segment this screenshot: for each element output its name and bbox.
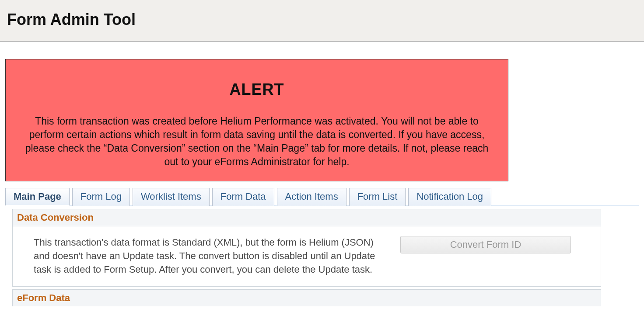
section-eform-data: eForm Data: [12, 289, 601, 306]
section-body-data-conversion: This transaction's data format is Standa…: [13, 226, 601, 286]
alert-banner: ALERT This form transaction was created …: [5, 59, 508, 181]
tab-worklist-items[interactable]: Worklist Items: [133, 188, 210, 206]
section-header-data-conversion: Data Conversion: [13, 209, 601, 226]
section-title-eform-data: eForm Data: [17, 292, 70, 303]
tab-main-page[interactable]: Main Page: [5, 188, 70, 206]
data-conversion-text: This transaction's data format is Standa…: [34, 236, 388, 276]
main-content: ALERT This form transaction was created …: [0, 42, 644, 306]
app-header: Form Admin Tool: [0, 0, 644, 42]
tab-notification-log[interactable]: Notification Log: [408, 188, 491, 206]
alert-body: This form transaction was created before…: [18, 114, 496, 169]
convert-form-id-button: Convert Form ID: [400, 236, 571, 253]
alert-title: ALERT: [18, 80, 496, 99]
page-title: Form Admin Tool: [7, 10, 637, 29]
tab-form-data[interactable]: Form Data: [212, 188, 274, 206]
section-data-conversion: Data Conversion This transaction's data …: [12, 209, 601, 286]
tabs-row: Main Page Form Log Worklist Items Form D…: [5, 187, 639, 206]
tab-action-items[interactable]: Action Items: [277, 188, 346, 206]
tab-form-log[interactable]: Form Log: [72, 188, 130, 206]
tab-form-list[interactable]: Form List: [349, 188, 406, 206]
section-title-data-conversion: Data Conversion: [17, 212, 94, 223]
